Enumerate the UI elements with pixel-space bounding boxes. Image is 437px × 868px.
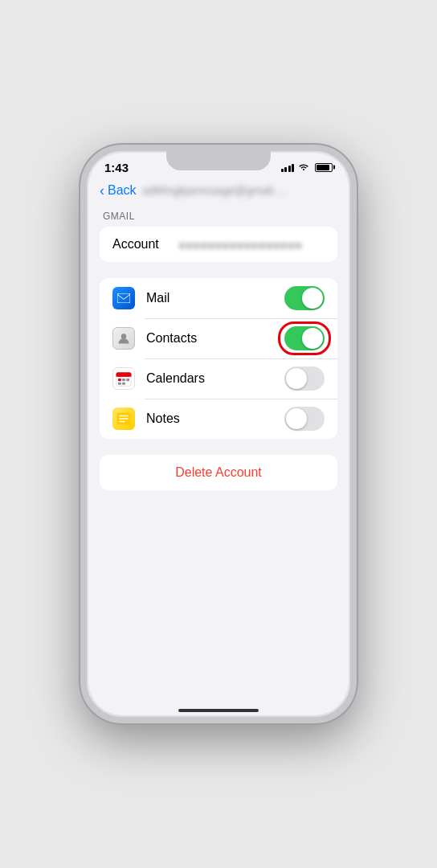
calendars-row: Calendars <box>100 358 337 399</box>
calendars-label: Calendars <box>146 371 284 386</box>
delete-account-button[interactable]: Delete Account <box>100 455 337 490</box>
account-row: Account ●●●●●●●●●●●●●●●●● <box>112 227 325 262</box>
contacts-toggle-wrapper <box>284 326 325 350</box>
nav-bar: ‹ Back adkfmgkjamnoage@gmail.com <box>87 180 350 204</box>
status-time: 1:43 <box>104 161 129 174</box>
home-indicator <box>178 709 259 712</box>
svg-rect-5 <box>118 379 121 381</box>
account-value: ●●●●●●●●●●●●●●●●● <box>178 238 325 252</box>
back-chevron-icon: ‹ <box>100 183 104 198</box>
toggle-card: Mail Contacts <box>100 278 337 439</box>
notch <box>166 151 271 170</box>
svg-rect-6 <box>122 379 125 381</box>
svg-point-1 <box>121 334 126 338</box>
nav-email: adkfmgkjamnoage@gmail.com <box>143 184 288 197</box>
contacts-toggle[interactable] <box>284 326 325 350</box>
svg-rect-4 <box>116 375 132 376</box>
svg-rect-9 <box>122 383 125 385</box>
account-card: Account ●●●●●●●●●●●●●●●●● <box>100 227 337 262</box>
contacts-icon <box>112 327 135 350</box>
svg-rect-8 <box>118 383 121 385</box>
back-label: Back <box>108 183 137 198</box>
calendars-icon <box>112 367 135 390</box>
contacts-row: Contacts <box>100 318 337 358</box>
status-icons <box>281 162 333 173</box>
back-button[interactable]: ‹ Back <box>100 183 137 198</box>
calendars-toggle[interactable] <box>284 366 325 391</box>
contacts-label: Contacts <box>146 331 284 346</box>
content-area: GMAIL Account ●●●●●●●●●●●●●●●●● Mail <box>87 204 350 706</box>
battery-icon <box>315 163 333 172</box>
delete-account-label: Delete Account <box>175 465 262 480</box>
notes-row: Notes <box>100 399 337 439</box>
account-label: Account <box>112 237 169 252</box>
mail-label: Mail <box>146 291 284 305</box>
phone-frame: 1:43 ‹ Back adkfmgkjamnoage@gmail.com <box>80 145 357 723</box>
gmail-section-label: GMAIL <box>100 204 337 227</box>
delete-account-card: Delete Account <box>100 455 337 490</box>
signal-icon <box>281 162 295 172</box>
mail-icon <box>112 287 135 309</box>
notes-label: Notes <box>146 411 284 426</box>
notes-icon <box>112 407 135 430</box>
mail-row: Mail <box>100 278 337 318</box>
svg-rect-0 <box>117 293 130 303</box>
mail-toggle[interactable] <box>284 286 325 310</box>
svg-rect-7 <box>126 379 129 381</box>
wifi-icon <box>298 162 309 173</box>
notes-toggle[interactable] <box>284 407 325 431</box>
